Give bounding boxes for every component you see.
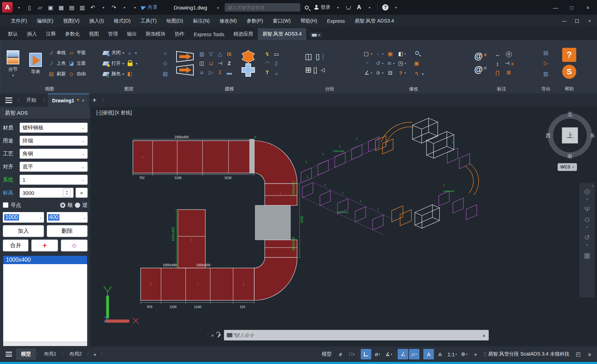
ribbon-display-options-button[interactable]: ▾ bbox=[310, 32, 322, 38]
steering-wheel-icon[interactable]: ◎ bbox=[584, 188, 590, 195]
cross-fitting-blue-icon[interactable] bbox=[241, 63, 255, 77]
modify-move-icon[interactable]: ⊕▾ bbox=[374, 70, 383, 76]
layer-lock-button[interactable]: ▾ bbox=[126, 59, 137, 68]
craft-select[interactable]: 角钢⌄ bbox=[20, 149, 88, 159]
ribbon-tab-parametric[interactable]: 参数化 bbox=[60, 28, 84, 40]
model-list-button[interactable]: ▤ bbox=[162, 69, 169, 78]
viewport-minus-control[interactable]: [-] bbox=[96, 110, 101, 116]
seek-checkbox[interactable] bbox=[3, 202, 8, 208]
help-question-button[interactable]: ? bbox=[562, 48, 576, 62]
export-table-button[interactable]: 导表 bbox=[25, 52, 46, 75]
layout2-tab[interactable]: 布局2 bbox=[64, 349, 87, 360]
usage-select[interactable]: 排烟⌄ bbox=[20, 136, 88, 146]
compass-south[interactable]: 南 bbox=[567, 153, 572, 160]
modify-copy-icon[interactable]: ▣ bbox=[387, 51, 394, 57]
single-line-button[interactable]: ∕∕单线 bbox=[48, 48, 66, 57]
fitting-offset-icon[interactable]: ⊣ bbox=[217, 60, 224, 66]
annotation-scale-button[interactable]: 1:1▾ bbox=[446, 349, 458, 359]
forward-radio[interactable] bbox=[60, 203, 65, 208]
layer-on-button[interactable]: 打开▾ bbox=[102, 59, 124, 68]
doc-restore-button[interactable] bbox=[571, 17, 583, 26]
wrench-icon[interactable] bbox=[216, 332, 222, 338]
layer-group-label[interactable]: 图层 bbox=[99, 85, 159, 94]
elevation-input[interactable]: 3000▲▼ bbox=[20, 188, 73, 198]
fitting-tee-icon[interactable]: ⊔ bbox=[207, 60, 214, 66]
view-group-label[interactable]: 视图 bbox=[0, 85, 99, 94]
menu-insert[interactable]: 插入(I) bbox=[85, 15, 108, 27]
save-as-icon[interactable]: ▦ bbox=[57, 2, 65, 12]
modify-query-icon[interactable]: ?▾ bbox=[397, 70, 406, 76]
export-group-label[interactable]: 导出 bbox=[535, 85, 557, 94]
grid-display-toggle[interactable]: # bbox=[335, 349, 346, 359]
menu-yizhi-ads[interactable]: 易智.风管 ADS3.4 bbox=[350, 15, 399, 27]
spiral-x-icon[interactable]: @x bbox=[471, 51, 486, 63]
new-drawing-tab-button[interactable]: + bbox=[90, 96, 100, 104]
size-list-scroll-strip[interactable] bbox=[3, 341, 87, 346]
spiral-n-icon[interactable]: @n bbox=[471, 64, 486, 76]
search-icon[interactable] bbox=[302, 2, 311, 12]
fitting-panel-icon[interactable]: ▬ bbox=[226, 70, 233, 76]
zoom-caret-icon[interactable]: ▾ bbox=[586, 224, 588, 231]
ribbon-tab-annotate[interactable]: 注释 bbox=[41, 28, 60, 40]
plus-button[interactable]: + bbox=[31, 240, 58, 251]
ribbon-tab-collaborate[interactable]: 协作 bbox=[170, 28, 189, 40]
search-input[interactable] bbox=[225, 3, 300, 12]
plot-icon[interactable]: ▤ bbox=[68, 2, 76, 12]
select-hook-button[interactable]: ↰▾ bbox=[413, 69, 424, 78]
fitting-branch-icon[interactable]: ▷ bbox=[207, 69, 214, 76]
tool-curve-icon[interactable]: ◞ bbox=[273, 69, 280, 76]
autodesk-icon[interactable]: A bbox=[355, 2, 363, 12]
redo-caret-icon[interactable]: ▾ bbox=[120, 2, 129, 12]
layer-off-button[interactable]: 关闭▾ bbox=[102, 48, 124, 57]
ribbon-tab-addins[interactable]: 附加模块 bbox=[141, 28, 170, 40]
orbit-caret-icon[interactable]: ▾ bbox=[586, 242, 588, 249]
view-cube[interactable]: 北 南 东 西 上 bbox=[546, 112, 593, 159]
command-history-icon[interactable] bbox=[227, 333, 232, 337]
align-select[interactable]: 底平⌄ bbox=[20, 162, 88, 172]
plan-view-button[interactable]: ▱平面 bbox=[68, 48, 86, 57]
expand-title-caret-icon[interactable]: ▸ bbox=[214, 2, 223, 12]
ribbon-tab-featured[interactable]: 精选应用 bbox=[229, 28, 258, 40]
add-button[interactable]: 加入 bbox=[3, 225, 44, 237]
plugin-status-button[interactable]: □○ 易智.风管分段 ScatADS 3.4 水猫科技 bbox=[481, 349, 572, 359]
tool-tee-yellow-icon[interactable]: T bbox=[266, 70, 269, 75]
modify-group-label[interactable]: 修改 bbox=[359, 85, 468, 94]
command-expand-icon[interactable]: ▲ bbox=[482, 333, 486, 337]
wheel-caret-icon[interactable]: ▾ bbox=[586, 196, 588, 203]
help-caret-icon[interactable]: ▾ bbox=[392, 2, 400, 12]
draw-duct-branch-icon[interactable] bbox=[176, 64, 194, 76]
menu-help[interactable]: 帮助(H) bbox=[296, 15, 322, 27]
polar-tracking-toggle[interactable]: ⌀▾ bbox=[372, 349, 383, 359]
system-select[interactable]: 1⌄ bbox=[20, 175, 88, 185]
dim-elevation-icon[interactable]: ↨ bbox=[494, 60, 501, 66]
menu-file[interactable]: 文件(F) bbox=[6, 15, 32, 27]
segment-split-icon[interactable]: ▯◁ bbox=[312, 65, 326, 75]
size-list[interactable]: 1000x400 bbox=[3, 255, 88, 346]
fitting-reducer-icon[interactable]: ▽ bbox=[207, 51, 214, 57]
model-tab[interactable]: 模型 bbox=[16, 349, 36, 360]
save-icon[interactable]: ▣ bbox=[46, 2, 55, 12]
modify-fillet-icon[interactable]: ◜ bbox=[364, 60, 371, 66]
pan-hand-icon[interactable]: Ψ bbox=[584, 206, 590, 213]
tool-lightning-icon[interactable]: ↯ bbox=[264, 51, 271, 57]
tool-panel-icon[interactable]: ▭ bbox=[273, 51, 280, 57]
new-file-icon[interactable]: ▯ bbox=[25, 2, 34, 12]
tool-arc-cut-icon[interactable]: ◠ bbox=[264, 60, 271, 66]
fitting-hood-icon[interactable]: △ bbox=[217, 51, 224, 57]
layer-thaw-button[interactable]: ☼▾ bbox=[126, 48, 137, 57]
view-cube-top-face[interactable]: 上 bbox=[562, 127, 578, 143]
material-select[interactable]: 镀锌钢板⌄ bbox=[20, 123, 88, 133]
window-maximize-button[interactable]: □ bbox=[565, 2, 579, 13]
showmotion-icon[interactable]: ▦ bbox=[584, 252, 591, 259]
fitting-z-icon[interactable]: Z bbox=[228, 60, 231, 66]
customization-gear-button[interactable]: ⊛▾ bbox=[459, 349, 469, 359]
fitting-straight-icon[interactable]: ▥ bbox=[198, 51, 205, 57]
cross-fitting-orange-icon[interactable] bbox=[241, 50, 255, 64]
command-input-container[interactable]: ▲ bbox=[224, 330, 489, 340]
dim-linear-icon[interactable]: ↔ bbox=[494, 51, 501, 57]
modify-mirror-icon[interactable]: ◳▾ bbox=[397, 60, 406, 66]
split-section-button[interactable]: 分节 ▾ bbox=[3, 50, 23, 77]
menu-window[interactable]: 窗口(W) bbox=[268, 15, 295, 27]
size-list-item-selected[interactable]: 1000x400 bbox=[3, 256, 87, 264]
menu-view[interactable]: 视图(V) bbox=[59, 15, 84, 27]
